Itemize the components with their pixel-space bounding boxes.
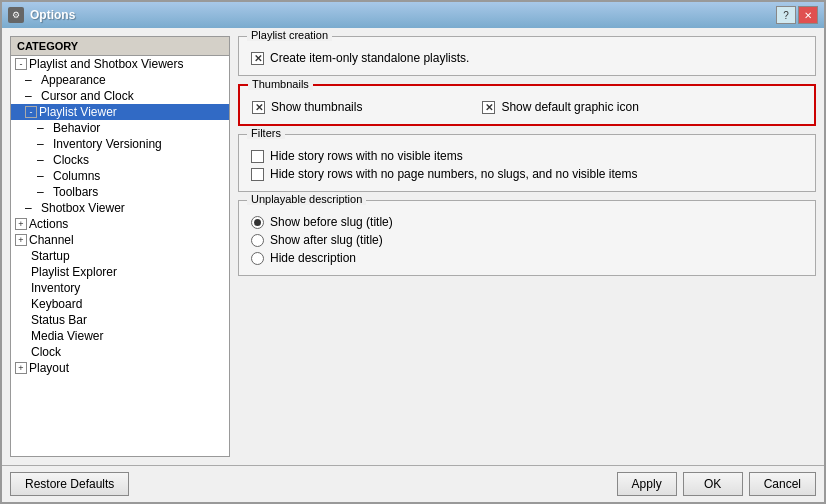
sidebar-item-cursor-clock[interactable]: – Cursor and Clock bbox=[11, 88, 229, 104]
sidebar-item-label: Startup bbox=[31, 249, 70, 263]
unplayable-content: Show before slug (title) Show after slug… bbox=[251, 213, 803, 267]
playlist-creation-label: Playlist creation bbox=[247, 29, 332, 41]
show-thumbnails-checkbox[interactable]: ✕ bbox=[252, 101, 265, 114]
sidebar-item-inventory-versioning[interactable]: – Inventory Versioning bbox=[11, 136, 229, 152]
right-panel: Playlist creation ✕ Create item-only sta… bbox=[238, 36, 816, 457]
sidebar-item-label: Clocks bbox=[53, 153, 89, 167]
filters-section: Filters Hide story rows with no visible … bbox=[238, 134, 816, 192]
hide-story-no-visible-checkbox[interactable] bbox=[251, 150, 264, 163]
content-area: CATEGORY - Playlist and Shotbox Viewers … bbox=[2, 28, 824, 502]
sidebar-item-label: Toolbars bbox=[53, 185, 98, 199]
sidebar-item-appearance[interactable]: – Appearance bbox=[11, 72, 229, 88]
hide-story-no-page-label: Hide story rows with no page numbers, no… bbox=[270, 167, 638, 181]
sidebar-item-actions[interactable]: + Actions bbox=[11, 216, 229, 232]
sidebar-item-label: Playlist and Shotbox Viewers bbox=[29, 57, 184, 71]
create-standalone-label: Create item-only standalone playlists. bbox=[270, 51, 469, 65]
close-button[interactable]: ✕ bbox=[798, 6, 818, 24]
cancel-button[interactable]: Cancel bbox=[749, 472, 816, 496]
window-icon: ⚙ bbox=[8, 7, 24, 23]
sidebar-item-playout[interactable]: + Playout bbox=[11, 360, 229, 376]
left-panel: CATEGORY - Playlist and Shotbox Viewers … bbox=[10, 36, 230, 457]
sidebar-item-behavior[interactable]: – Behavior bbox=[11, 120, 229, 136]
thumbnails-content: ✕ Show thumbnails ✕ Show default graphic… bbox=[252, 98, 802, 116]
main-content: CATEGORY - Playlist and Shotbox Viewers … bbox=[2, 28, 824, 465]
help-button[interactable]: ? bbox=[776, 6, 796, 24]
expand-icon[interactable]: + bbox=[15, 218, 27, 230]
sidebar-item-label: Keyboard bbox=[31, 297, 82, 311]
sidebar-item-shotbox-viewer[interactable]: – Shotbox Viewer bbox=[11, 200, 229, 216]
sidebar-item-inventory[interactable]: Inventory bbox=[11, 280, 229, 296]
sidebar-item-startup[interactable]: Startup bbox=[11, 248, 229, 264]
filters-content: Hide story rows with no visible items Hi… bbox=[251, 147, 803, 183]
expand-icon[interactable]: + bbox=[15, 362, 27, 374]
show-before-row: Show before slug (title) bbox=[251, 213, 803, 231]
title-bar: ⚙ Options ? ✕ bbox=[2, 2, 824, 28]
sidebar-item-clocks[interactable]: – Clocks bbox=[11, 152, 229, 168]
filters-label: Filters bbox=[247, 127, 285, 139]
category-header: CATEGORY bbox=[11, 37, 229, 56]
create-standalone-row: ✕ Create item-only standalone playlists. bbox=[251, 49, 803, 67]
sidebar-item-label: Playout bbox=[29, 361, 69, 375]
unplayable-label: Unplayable description bbox=[247, 193, 366, 205]
hide-story-no-page-checkbox[interactable] bbox=[251, 168, 264, 181]
hide-story-no-visible-label: Hide story rows with no visible items bbox=[270, 149, 463, 163]
thumbnails-label: Thumbnails bbox=[248, 78, 313, 90]
sidebar-item-keyboard[interactable]: Keyboard bbox=[11, 296, 229, 312]
show-thumbnails-label: Show thumbnails bbox=[271, 100, 362, 114]
show-after-label: Show after slug (title) bbox=[270, 233, 383, 247]
hide-description-radio[interactable] bbox=[251, 252, 264, 265]
restore-defaults-button[interactable]: Restore Defaults bbox=[10, 472, 129, 496]
show-default-graphic-group: ✕ Show default graphic icon bbox=[482, 100, 638, 114]
sidebar-item-columns[interactable]: – Columns bbox=[11, 168, 229, 184]
sidebar-item-label: Media Viewer bbox=[31, 329, 103, 343]
sidebar-item-label: Shotbox Viewer bbox=[41, 201, 125, 215]
sidebar-item-label: Cursor and Clock bbox=[41, 89, 134, 103]
hide-description-label: Hide description bbox=[270, 251, 356, 265]
sidebar-item-label: Channel bbox=[29, 233, 74, 247]
apply-button[interactable]: Apply bbox=[617, 472, 677, 496]
sidebar-item-label: Appearance bbox=[41, 73, 106, 87]
show-after-row: Show after slug (title) bbox=[251, 231, 803, 249]
footer-right-buttons: Apply OK Cancel bbox=[617, 472, 816, 496]
hide-story-no-page-row: Hide story rows with no page numbers, no… bbox=[251, 165, 803, 183]
title-bar-left: ⚙ Options bbox=[8, 7, 75, 23]
options-window: ⚙ Options ? ✕ CATEGORY - Playlist and Sh… bbox=[0, 0, 826, 504]
hide-story-no-visible-row: Hide story rows with no visible items bbox=[251, 147, 803, 165]
playlist-creation-content: ✕ Create item-only standalone playlists. bbox=[251, 49, 803, 67]
window-title: Options bbox=[30, 8, 75, 22]
sidebar-item-clock[interactable]: Clock bbox=[11, 344, 229, 360]
sidebar-item-playlist-shotbox-viewers[interactable]: - Playlist and Shotbox Viewers bbox=[11, 56, 229, 72]
sidebar-item-label: Behavior bbox=[53, 121, 100, 135]
sidebar-item-playlist-explorer[interactable]: Playlist Explorer bbox=[11, 264, 229, 280]
show-thumbnails-group: ✕ Show thumbnails bbox=[252, 100, 362, 114]
expand-icon[interactable]: + bbox=[15, 234, 27, 246]
show-default-graphic-checkbox[interactable]: ✕ bbox=[482, 101, 495, 114]
sidebar-item-label: Status Bar bbox=[31, 313, 87, 327]
title-bar-right: ? ✕ bbox=[776, 6, 818, 24]
thumbnails-section: Thumbnails ✕ Show thumbnails ✕ Show defa… bbox=[238, 84, 816, 126]
ok-button[interactable]: OK bbox=[683, 472, 743, 496]
sidebar-item-toolbars[interactable]: – Toolbars bbox=[11, 184, 229, 200]
sidebar-item-label: Actions bbox=[29, 217, 68, 231]
sidebar-item-label: Playlist Viewer bbox=[39, 105, 117, 119]
sidebar-item-label: Columns bbox=[53, 169, 100, 183]
sidebar-item-playlist-viewer[interactable]: - Playlist Viewer bbox=[11, 104, 229, 120]
thumbnails-row: ✕ Show thumbnails ✕ Show default graphic… bbox=[252, 98, 802, 116]
expand-icon[interactable]: - bbox=[15, 58, 27, 70]
create-standalone-checkbox[interactable]: ✕ bbox=[251, 52, 264, 65]
unplayable-section: Unplayable description Show before slug … bbox=[238, 200, 816, 276]
sidebar-item-label: Playlist Explorer bbox=[31, 265, 117, 279]
sidebar-item-media-viewer[interactable]: Media Viewer bbox=[11, 328, 229, 344]
sidebar-item-channel[interactable]: + Channel bbox=[11, 232, 229, 248]
sidebar-item-label: Inventory Versioning bbox=[53, 137, 162, 151]
sidebar-item-status-bar[interactable]: Status Bar bbox=[11, 312, 229, 328]
show-after-radio[interactable] bbox=[251, 234, 264, 247]
sidebar-item-label: Clock bbox=[31, 345, 61, 359]
show-before-label: Show before slug (title) bbox=[270, 215, 393, 229]
show-default-graphic-label: Show default graphic icon bbox=[501, 100, 638, 114]
show-before-radio[interactable] bbox=[251, 216, 264, 229]
expand-icon[interactable]: - bbox=[25, 106, 37, 118]
playlist-creation-section: Playlist creation ✕ Create item-only sta… bbox=[238, 36, 816, 76]
footer: Restore Defaults Apply OK Cancel bbox=[2, 465, 824, 502]
hide-description-row: Hide description bbox=[251, 249, 803, 267]
